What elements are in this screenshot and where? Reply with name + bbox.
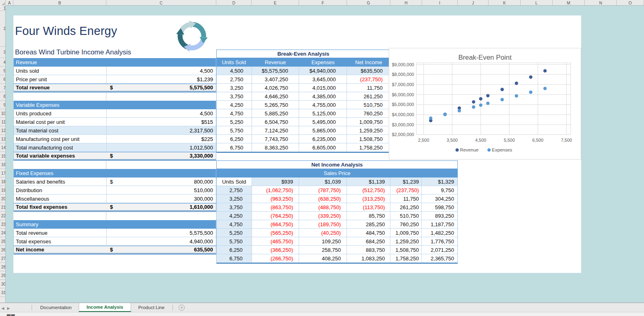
row-header-26[interactable]: 26 — [0, 246, 6, 254]
cell[interactable]: 1,259,250 — [390, 237, 422, 245]
row-header-1[interactable]: 1 — [0, 6, 6, 11]
units-cell[interactable]: 5,750 — [217, 237, 252, 245]
cell[interactable]: 85,750 — [347, 212, 390, 220]
cell[interactable]: 4,646,250 — [252, 92, 299, 100]
cell[interactable]: 1,259,250 — [347, 126, 390, 134]
row-header-21[interactable]: 21 — [0, 203, 6, 212]
cell[interactable]: 9,750 — [422, 186, 457, 194]
cell[interactable]: 8,363,250 — [252, 143, 299, 152]
cell[interactable]: 109,250 — [299, 237, 347, 245]
row-header-3[interactable]: 3 — [0, 47, 6, 58]
cell[interactable]: 1,009,750 — [390, 229, 422, 237]
cell[interactable]: 11,750 — [347, 84, 390, 92]
row-value-cell[interactable]: $225 — [107, 135, 216, 143]
row-header-10[interactable]: 10 — [0, 109, 6, 118]
cell[interactable]: 6,605,000 — [299, 143, 347, 152]
legend-label-revenue[interactable]: Revenue — [460, 147, 478, 152]
cell[interactable]: 510,750 — [347, 101, 390, 109]
cell[interactable]: (339,250) — [299, 212, 347, 220]
cell[interactable]: 6,504,750 — [252, 118, 299, 126]
cell[interactable]: 1,758,250 — [390, 254, 422, 262]
breakeven-chart[interactable]: Break-Even Point$2,000,000$3,000,000$4,0… — [389, 48, 581, 160]
row-value-cell[interactable]: 1,012,500 — [107, 143, 216, 152]
cell[interactable]: (366,250) — [252, 246, 299, 254]
cell[interactable]: 484,750 — [347, 229, 390, 237]
sheet-nav-left-icon[interactable]: ◀ — [0, 305, 6, 312]
cell[interactable]: (488,750) — [299, 203, 347, 211]
row-header-22[interactable]: 22 — [0, 212, 6, 220]
cell[interactable]: 684,250 — [347, 237, 390, 245]
cell[interactable]: (266,750) — [252, 254, 299, 262]
row-value-cell[interactable]: $5,575,500 — [107, 84, 216, 91]
cell[interactable]: 1,776,750 — [422, 237, 457, 245]
cell[interactable]: 5,865,000 — [299, 126, 347, 134]
row-header-25[interactable]: 25 — [0, 237, 6, 246]
cell[interactable]: 6,750 — [217, 143, 252, 152]
units-cell[interactable]: 4,750 — [217, 220, 252, 228]
units-cell[interactable]: 2,750 — [217, 186, 252, 194]
column-header-N[interactable]: N — [585, 0, 617, 6]
cell[interactable]: (1,062,750) — [252, 186, 299, 194]
cell[interactable]: 6,250 — [217, 135, 252, 143]
cell[interactable]: (465,750) — [252, 237, 299, 245]
row-value-cell[interactable]: $515 — [107, 118, 216, 126]
column-header-E[interactable]: E — [252, 0, 299, 6]
units-cell[interactable]: 6,750 — [217, 254, 252, 262]
row-value-cell[interactable]: $1,239 — [107, 75, 216, 83]
cell[interactable]: 598,750 — [422, 203, 457, 211]
cell[interactable]: 5,495,000 — [299, 118, 347, 126]
cell[interactable]: 5,750 — [217, 126, 252, 134]
cell[interactable]: $5,575,500 — [252, 67, 299, 75]
cell[interactable]: 4,385,000 — [299, 92, 347, 100]
cell[interactable]: 261,250 — [390, 203, 422, 211]
row-value-cell[interactable]: $1,610,000 — [107, 203, 216, 210]
row-value-cell[interactable]: 2,317,500 — [107, 126, 216, 134]
row-value-cell[interactable]: $635,500 — [107, 246, 216, 253]
column-header-K[interactable]: K — [489, 0, 521, 6]
cell[interactable]: 5,265,750 — [252, 101, 299, 109]
cell[interactable]: 2,365,750 — [422, 254, 457, 262]
cell[interactable]: 258,750 — [299, 246, 347, 254]
row-header-19[interactable]: 19 — [0, 186, 6, 195]
row-header-2[interactable]: 2 — [0, 11, 6, 47]
cell[interactable]: (237,750) — [347, 75, 390, 83]
cell[interactable]: (787,750) — [299, 186, 347, 194]
cell[interactable]: 408,250 — [299, 254, 347, 262]
cell[interactable]: 304,250 — [422, 195, 457, 203]
cell[interactable]: 4,026,750 — [252, 84, 299, 92]
row-value-cell[interactable]: $3,330,000 — [107, 152, 216, 159]
row-header-31[interactable]: 31 — [0, 288, 6, 297]
column-header-H[interactable]: H — [390, 0, 422, 6]
cell[interactable]: 1,482,250 — [422, 229, 457, 237]
cell[interactable]: 760,250 — [390, 220, 422, 228]
column-header-J[interactable]: J — [458, 0, 489, 6]
row-header-8[interactable]: 8 — [0, 92, 6, 101]
units-cell[interactable]: 5,250 — [217, 229, 252, 237]
row-header-28[interactable]: 28 — [0, 263, 6, 271]
row-header-15[interactable]: 15 — [0, 152, 6, 160]
cell[interactable]: (189,750) — [299, 220, 347, 228]
units-cell[interactable]: 3,250 — [217, 195, 252, 203]
row-header-30[interactable]: 30 — [0, 280, 6, 288]
cell[interactable]: 893,250 — [422, 212, 457, 220]
cell[interactable]: 3,750 — [217, 92, 252, 100]
row-header-29[interactable]: 29 — [0, 271, 6, 280]
units-cell[interactable]: 6,250 — [217, 246, 252, 254]
cell[interactable]: 1,083,250 — [347, 254, 390, 262]
row-value-cell[interactable]: 5,575,500 — [107, 229, 216, 237]
row-value-cell[interactable]: 4,500 — [107, 67, 216, 75]
cell[interactable]: 7,124,250 — [252, 126, 299, 134]
cell[interactable]: $4,940,000 — [299, 67, 347, 75]
row-header-20[interactable]: 20 — [0, 195, 6, 203]
cell[interactable]: (638,250) — [299, 195, 347, 203]
row-value-cell[interactable]: 510,000 — [107, 186, 216, 194]
column-header-I[interactable]: I — [422, 0, 458, 6]
cell[interactable]: 261,250 — [347, 92, 390, 100]
cell[interactable]: 1,187,750 — [422, 220, 457, 228]
cell[interactable]: (237,750) — [390, 186, 422, 194]
cell[interactable]: 1,009,750 — [347, 118, 390, 126]
row-value-cell[interactable]: $800,000 — [107, 177, 216, 186]
row-header-24[interactable]: 24 — [0, 229, 6, 237]
row-header-17[interactable]: 17 — [0, 169, 6, 177]
row-header-6[interactable]: 6 — [0, 75, 6, 84]
